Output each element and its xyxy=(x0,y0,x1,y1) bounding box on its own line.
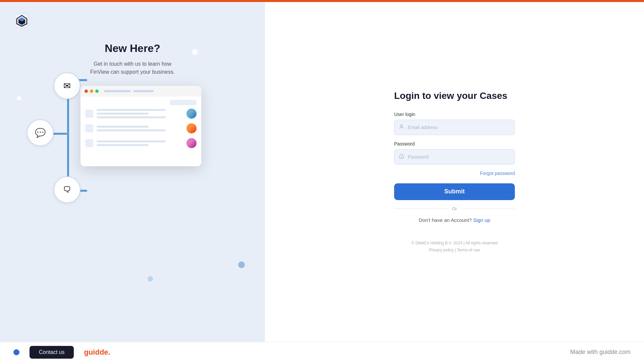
user-login-label: User login xyxy=(394,112,515,117)
submit-button[interactable]: Submit xyxy=(394,183,515,200)
window-row-1 xyxy=(85,109,197,119)
row-line-3a xyxy=(97,140,166,142)
deco-dot-1 xyxy=(192,49,198,55)
svg-point-5 xyxy=(401,157,402,157)
row-line-2a xyxy=(97,126,149,128)
avatar-3 xyxy=(186,138,197,148)
contact-us-button[interactable]: Contact us xyxy=(30,346,74,359)
row-lines-1 xyxy=(97,109,183,118)
left-heading-area: New Here? Get in touch with us to learn … xyxy=(13,42,252,76)
password-label: Password xyxy=(394,141,515,146)
signup-text: Don't have an Account? Sign up xyxy=(394,217,515,223)
win-dot-green xyxy=(95,89,99,93)
bottom-blue-dot xyxy=(13,349,19,355)
row-line-1a xyxy=(97,109,166,111)
win-dot-yellow xyxy=(90,89,93,93)
right-panel: Login to view your Cases User login Pass… xyxy=(265,2,644,342)
guidde-logo: guidde. xyxy=(84,348,110,357)
tb-line-1 xyxy=(104,90,131,92)
left-subtext: Get in touch with us to learn how FinVie… xyxy=(13,60,252,76)
footer-area: © DebtCo Holding B.V. 2024 | All rights … xyxy=(394,240,515,254)
row-icon-2 xyxy=(85,124,93,132)
bottom-left: Contact us guidde. xyxy=(0,346,265,359)
password-icon xyxy=(399,154,404,160)
email-input-wrapper xyxy=(394,120,515,135)
row-lines-2 xyxy=(97,126,183,131)
no-account-text: Don't have an Account? xyxy=(419,217,472,223)
email-icon xyxy=(399,124,404,131)
chat-icon-circle: 🗨 xyxy=(54,176,80,203)
row-icon-1 xyxy=(85,110,93,118)
password-input-wrapper xyxy=(394,149,515,165)
footer-links: Privacy policy | Terms of use xyxy=(394,247,515,254)
email-input[interactable] xyxy=(394,120,515,135)
window-row-3 xyxy=(85,138,197,148)
window-search xyxy=(85,100,197,105)
tb-line-2 xyxy=(133,90,154,92)
logo xyxy=(13,12,252,29)
terms-of-use-link[interactable]: Terms of use xyxy=(457,248,480,252)
left-heading: New Here? xyxy=(13,42,252,55)
footer-copyright: © DebtCo Holding B.V. 2024 | All rights … xyxy=(394,240,515,247)
row-line-1c xyxy=(97,116,166,118)
email-icon-circle: ✉ xyxy=(54,72,80,99)
forgot-password-link[interactable]: Forgot password xyxy=(394,171,515,176)
bottom-bar: Contact us guidde. Made with guidde.com xyxy=(0,342,644,362)
window-titlebar xyxy=(80,86,201,97)
row-icon-3 xyxy=(85,139,93,147)
row-line-3b xyxy=(97,144,149,146)
search-bar xyxy=(170,100,197,105)
login-title: Login to view your Cases xyxy=(394,90,515,102)
row-line-2b xyxy=(97,129,166,131)
illustration: ✉ 💬 🗨 xyxy=(20,76,245,308)
whatsapp-icon-circle: 💬 xyxy=(27,119,54,146)
privacy-policy-link[interactable]: Privacy policy xyxy=(429,248,453,252)
win-dot-red xyxy=(85,89,88,93)
divider-text: Or xyxy=(452,206,457,211)
window-row-2 xyxy=(85,123,197,133)
signup-link[interactable]: Sign up xyxy=(473,217,490,223)
app-window xyxy=(80,86,201,166)
bottom-right: Made with guidde.com xyxy=(265,349,644,356)
login-form: Login to view your Cases User login Pass… xyxy=(394,90,515,254)
divider: Or xyxy=(394,206,515,211)
left-panel: New Here? Get in touch with us to learn … xyxy=(0,2,265,342)
password-input[interactable] xyxy=(394,149,515,165)
avatar-1 xyxy=(186,109,197,119)
svg-point-4 xyxy=(400,125,402,126)
made-with-text: Made with guidde.com xyxy=(570,349,631,356)
divider-line-right xyxy=(461,208,515,209)
divider-line-left xyxy=(394,208,448,209)
row-line-1b xyxy=(97,113,149,115)
row-lines-3 xyxy=(97,140,183,146)
avatar-2 xyxy=(186,123,197,133)
window-body xyxy=(80,97,201,156)
